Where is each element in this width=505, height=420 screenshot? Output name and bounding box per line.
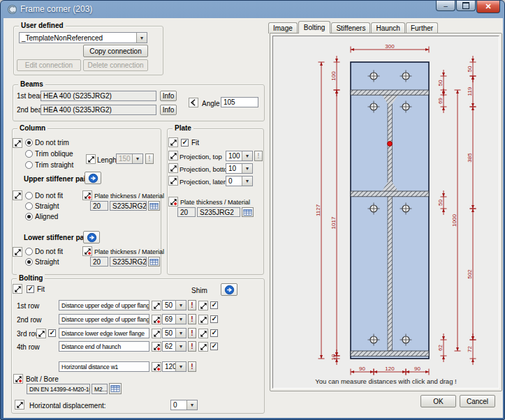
first-beam-field[interactable]: HEA 400 (S235JRG2) — [41, 91, 156, 101]
proj-bottom-inherit-button[interactable] — [168, 163, 178, 173]
row3-enable-inherit-button[interactable] — [36, 329, 46, 338]
radio-trim-straight[interactable] — [25, 161, 33, 169]
radio-lower-do-not-fit[interactable] — [25, 248, 33, 255]
proj-lateral-inherit-button[interactable] — [168, 176, 178, 186]
w1-desc-field[interactable]: Horizontal distance w1 — [59, 361, 149, 372]
row2-desc-field[interactable]: Distance upper edge of upper flange — [59, 314, 149, 324]
upper-stiffener-inherit-button[interactable] — [13, 190, 22, 200]
row1-inherit-button[interactable] — [152, 301, 161, 310]
lower-material-field[interactable]: S235JRG2 — [110, 257, 147, 267]
drawing-canvas[interactable]: 3009012090112710010171050695062100050119… — [272, 36, 499, 389]
maximize-button[interactable] — [456, 1, 476, 11]
bolting-fit-inherit-button[interactable] — [13, 284, 22, 294]
lower-thickness-field[interactable]: 20 — [90, 257, 108, 267]
radio-upper-do-not-fit[interactable] — [25, 192, 33, 200]
lower-thickness-inherit-button[interactable] — [82, 246, 92, 256]
delete-connection-button[interactable]: Delete connection — [83, 59, 148, 71]
tab-image[interactable]: Image — [268, 22, 298, 33]
tab-haunch[interactable]: Haunch — [371, 22, 404, 33]
row1-inherit-button-2[interactable] — [198, 301, 208, 310]
template-combobox[interactable]: _TemplateNonReferenced — [19, 32, 147, 43]
row1-exclamation-button[interactable]: ! — [188, 300, 196, 310]
row1-checkbox[interactable] — [210, 301, 218, 309]
plate-fit-checkbox[interactable] — [181, 139, 189, 147]
w1-exclamation-button[interactable]: ! — [188, 361, 196, 372]
row3-enable-checkbox[interactable] — [48, 329, 56, 337]
first-beam-info-button[interactable]: Info — [160, 91, 177, 101]
row4-inherit-button-2[interactable] — [198, 342, 208, 352]
bolt-bore-inherit-button[interactable] — [13, 374, 23, 384]
lower-stiffener-go-button[interactable] — [83, 231, 100, 243]
minimize-button[interactable]: – — [436, 1, 455, 11]
column-trim-inherit-button[interactable] — [13, 138, 22, 148]
bolting-fit-checkbox[interactable] — [27, 285, 34, 293]
radio-do-not-trim[interactable] — [25, 139, 33, 147]
cancel-button[interactable]: Cancel — [460, 395, 495, 407]
tab-further[interactable]: Further — [406, 22, 438, 33]
bore-field[interactable]: M2... — [92, 384, 108, 394]
angle-field[interactable]: 105 — [221, 97, 258, 107]
upper-thickness-inherit-button[interactable] — [82, 190, 92, 200]
w1-combobox[interactable]: 120 — [162, 361, 186, 372]
proj-top-inherit-button[interactable] — [168, 151, 178, 160]
row3-exclamation-button[interactable]: ! — [188, 328, 196, 338]
plate-material-field[interactable]: S235JRG2 — [197, 207, 240, 217]
row4-desc-field[interactable]: Distance end of haunch — [59, 341, 149, 352]
proj-top-exclamation-button[interactable]: ! — [254, 151, 263, 161]
lower-material-table-button[interactable] — [148, 257, 160, 267]
edit-connection-button[interactable]: Edit connection — [17, 59, 81, 71]
row2-exclamation-button[interactable]: ! — [188, 314, 196, 324]
row3-distance-combobox[interactable]: 50 — [162, 328, 186, 338]
row2-distance-combobox[interactable]: 69 — [162, 314, 186, 324]
proj-bottom-combobox[interactable]: 10 — [226, 163, 253, 174]
angle-button[interactable] — [189, 98, 198, 107]
row2-checkbox[interactable] — [210, 315, 218, 323]
radio-lower-straight[interactable] — [25, 258, 33, 266]
lengthening-exclamation-button[interactable]: ! — [145, 153, 154, 164]
row3-checkbox[interactable] — [210, 329, 218, 337]
plate-thickness-inherit-button[interactable] — [168, 197, 178, 207]
shim-go-button[interactable] — [221, 283, 237, 296]
row2-inherit-button-2[interactable] — [198, 315, 208, 324]
row2-inherit-button[interactable] — [152, 315, 161, 324]
table-icon — [149, 258, 159, 266]
bolt-table-button[interactable] — [109, 383, 122, 394]
row4-exclamation-button[interactable]: ! — [188, 341, 196, 352]
title-bar[interactable]: Frame corner (203) – ✕ — [1, 1, 504, 18]
radio-upper-aligned[interactable] — [25, 213, 33, 220]
row4-checkbox[interactable] — [210, 343, 218, 350]
upper-stiffener-go-button[interactable] — [85, 172, 101, 184]
row1-desc-field[interactable]: Distance upper edge of upper flange — [59, 300, 149, 310]
second-beam-field[interactable]: HEA 400 (S235JRG2) — [41, 105, 156, 115]
row3-desc-field[interactable]: Distance lower edge lower flange — [59, 328, 149, 338]
radio-upper-straight[interactable] — [25, 202, 33, 210]
lengthening-inherit-button[interactable] — [86, 154, 96, 164]
row3-inherit-button-2[interactable] — [198, 329, 208, 338]
w1-inherit-button[interactable] — [152, 362, 161, 372]
proj-lateral-combobox[interactable]: 0 — [226, 176, 253, 186]
ok-button[interactable]: OK — [420, 395, 456, 407]
upper-material-field[interactable]: S235JRG2 — [110, 201, 147, 211]
lower-stiffener-inherit-button[interactable] — [13, 247, 22, 257]
row3-inherit-button[interactable] — [152, 329, 161, 338]
upper-material-table-button[interactable] — [148, 201, 160, 211]
row1-distance-combobox[interactable]: 50 — [162, 300, 186, 310]
plate-material-table-button[interactable] — [242, 207, 254, 217]
displacement-inherit-button[interactable] — [15, 400, 24, 410]
copy-connection-button[interactable]: Copy connection — [83, 45, 148, 57]
radio-trim-oblique[interactable] — [25, 150, 33, 158]
reference-point[interactable] — [388, 142, 393, 147]
lengthening-combobox[interactable]: 150 — [116, 153, 143, 164]
tab-stiffeners[interactable]: Stiffeners — [331, 22, 370, 33]
row4-distance-combobox[interactable]: 62 — [162, 341, 186, 352]
plate-thickness-field[interactable]: 20 — [177, 207, 196, 217]
second-beam-info-button[interactable]: Info — [160, 105, 177, 115]
upper-thickness-field[interactable]: 20 — [90, 201, 108, 211]
tab-bolting[interactable]: Bolting — [298, 21, 331, 33]
row4-inherit-button[interactable] — [152, 342, 161, 352]
bolt-field[interactable]: DIN EN 14399-4-M20-10... — [27, 384, 90, 394]
close-button[interactable]: ✕ — [476, 1, 500, 13]
plate-fit-inherit-button[interactable] — [168, 137, 178, 147]
displacement-combobox[interactable]: 0 — [170, 400, 198, 410]
proj-top-combobox[interactable]: 100 — [226, 151, 253, 161]
